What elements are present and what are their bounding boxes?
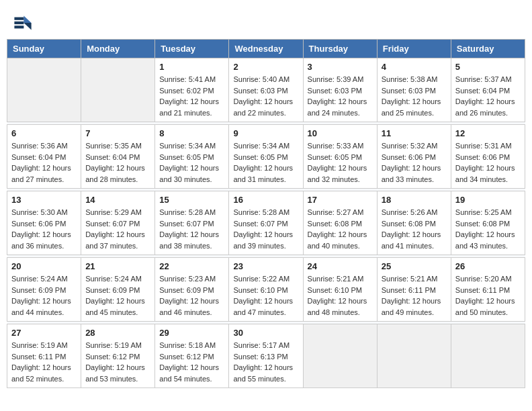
day-info: Sunrise: 5:21 AMSunset: 6:10 PMDaylight:… [308, 273, 373, 318]
day-number: 7 [85, 128, 150, 138]
day-number: 17 [308, 195, 373, 205]
calendar-cell: 29Sunrise: 5:18 AMSunset: 6:12 PMDayligh… [155, 324, 229, 388]
calendar-cell: 27Sunrise: 5:19 AMSunset: 6:11 PMDayligh… [7, 324, 81, 388]
svg-rect-4 [14, 21, 24, 24]
day-number: 28 [85, 328, 150, 338]
calendar-cell: 5Sunrise: 5:37 AMSunset: 6:04 PMDaylight… [451, 58, 525, 122]
calendar-week-row: 13Sunrise: 5:30 AMSunset: 6:06 PMDayligh… [7, 191, 525, 255]
calendar-cell: 25Sunrise: 5:21 AMSunset: 6:11 PMDayligh… [377, 258, 451, 322]
calendar-week-row: 1Sunrise: 5:41 AMSunset: 6:02 PMDaylight… [7, 58, 525, 122]
day-number: 5 [455, 62, 521, 72]
calendar-cell: 10Sunrise: 5:33 AMSunset: 6:05 PMDayligh… [303, 125, 377, 189]
day-header: Wednesday [229, 40, 303, 58]
day-info: Sunrise: 5:28 AMSunset: 6:07 PMDaylight:… [159, 207, 224, 251]
calendar-table: SundayMondayTuesdayWednesdayThursdayFrid… [7, 39, 525, 388]
day-info: Sunrise: 5:22 AMSunset: 6:10 PMDaylight:… [233, 273, 298, 318]
day-number: 18 [382, 195, 447, 205]
day-info: Sunrise: 5:27 AMSunset: 6:08 PMDaylight:… [308, 207, 373, 251]
day-number: 11 [382, 128, 447, 138]
calendar-cell: 19Sunrise: 5:25 AMSunset: 6:08 PMDayligh… [451, 191, 525, 255]
calendar-week-row: 27Sunrise: 5:19 AMSunset: 6:11 PMDayligh… [7, 324, 525, 388]
day-info: Sunrise: 5:19 AMSunset: 6:12 PMDaylight:… [85, 340, 150, 384]
page-header [7, 7, 525, 36]
calendar-cell [303, 324, 377, 388]
day-number: 2 [233, 62, 298, 72]
day-info: Sunrise: 5:37 AMSunset: 6:04 PMDaylight:… [455, 74, 521, 118]
day-number: 16 [233, 195, 298, 205]
calendar-cell: 15Sunrise: 5:28 AMSunset: 6:07 PMDayligh… [155, 191, 229, 255]
day-number: 9 [233, 128, 298, 138]
day-info: Sunrise: 5:29 AMSunset: 6:07 PMDaylight:… [85, 207, 150, 251]
day-info: Sunrise: 5:25 AMSunset: 6:08 PMDaylight:… [455, 207, 521, 251]
day-info: Sunrise: 5:28 AMSunset: 6:07 PMDaylight:… [233, 207, 298, 251]
day-number: 19 [455, 195, 521, 205]
calendar-cell: 17Sunrise: 5:27 AMSunset: 6:08 PMDayligh… [303, 191, 377, 255]
calendar-cell: 11Sunrise: 5:32 AMSunset: 6:06 PMDayligh… [377, 125, 451, 189]
calendar-cell [451, 324, 525, 388]
day-info: Sunrise: 5:21 AMSunset: 6:11 PMDaylight:… [382, 273, 447, 318]
day-info: Sunrise: 5:34 AMSunset: 6:05 PMDaylight:… [233, 140, 298, 185]
calendar-cell: 13Sunrise: 5:30 AMSunset: 6:06 PMDayligh… [7, 191, 81, 255]
calendar-header-row: SundayMondayTuesdayWednesdayThursdayFrid… [7, 40, 525, 58]
day-number: 12 [455, 128, 521, 138]
calendar-cell: 1Sunrise: 5:41 AMSunset: 6:02 PMDaylight… [155, 58, 229, 122]
day-number: 23 [233, 261, 298, 271]
day-info: Sunrise: 5:35 AMSunset: 6:04 PMDaylight:… [85, 140, 150, 185]
day-info: Sunrise: 5:36 AMSunset: 6:04 PMDaylight:… [11, 140, 77, 185]
calendar-cell: 30Sunrise: 5:17 AMSunset: 6:13 PMDayligh… [229, 324, 303, 388]
day-number: 13 [11, 195, 77, 205]
calendar-cell: 22Sunrise: 5:23 AMSunset: 6:09 PMDayligh… [155, 258, 229, 322]
calendar-cell: 23Sunrise: 5:22 AMSunset: 6:10 PMDayligh… [229, 258, 303, 322]
day-info: Sunrise: 5:31 AMSunset: 6:06 PMDaylight:… [455, 140, 521, 185]
day-number: 8 [159, 128, 224, 138]
day-info: Sunrise: 5:34 AMSunset: 6:05 PMDaylight:… [159, 140, 224, 185]
day-number: 29 [159, 328, 224, 338]
day-header: Friday [377, 40, 451, 58]
calendar-week-row: 20Sunrise: 5:24 AMSunset: 6:09 PMDayligh… [7, 258, 525, 322]
calendar-cell: 26Sunrise: 5:20 AMSunset: 6:11 PMDayligh… [451, 258, 525, 322]
day-number: 25 [382, 261, 447, 271]
calendar-cell: 3Sunrise: 5:39 AMSunset: 6:03 PMDaylight… [303, 58, 377, 122]
calendar-cell: 14Sunrise: 5:29 AMSunset: 6:07 PMDayligh… [81, 191, 155, 255]
day-number: 15 [159, 195, 224, 205]
day-info: Sunrise: 5:24 AMSunset: 6:09 PMDaylight:… [11, 273, 77, 318]
day-info: Sunrise: 5:39 AMSunset: 6:03 PMDaylight:… [308, 74, 373, 118]
day-info: Sunrise: 5:24 AMSunset: 6:09 PMDaylight:… [85, 273, 150, 318]
day-number: 4 [382, 62, 447, 72]
calendar-cell: 12Sunrise: 5:31 AMSunset: 6:06 PMDayligh… [451, 125, 525, 189]
day-info: Sunrise: 5:41 AMSunset: 6:02 PMDaylight:… [159, 74, 224, 118]
calendar-week-row: 6Sunrise: 5:36 AMSunset: 6:04 PMDaylight… [7, 125, 525, 189]
day-header: Saturday [451, 40, 525, 58]
svg-rect-5 [14, 26, 24, 28]
day-info: Sunrise: 5:23 AMSunset: 6:09 PMDaylight:… [159, 273, 224, 318]
calendar-cell [377, 324, 451, 388]
day-number: 3 [308, 62, 373, 72]
calendar-cell: 7Sunrise: 5:35 AMSunset: 6:04 PMDaylight… [81, 125, 155, 189]
day-header: Sunday [7, 40, 81, 58]
day-info: Sunrise: 5:33 AMSunset: 6:05 PMDaylight:… [308, 140, 373, 185]
day-info: Sunrise: 5:40 AMSunset: 6:03 PMDaylight:… [233, 74, 298, 118]
calendar-cell: 6Sunrise: 5:36 AMSunset: 6:04 PMDaylight… [7, 125, 81, 189]
day-number: 30 [233, 328, 298, 338]
day-header: Thursday [303, 40, 377, 58]
day-header: Monday [81, 40, 155, 58]
day-number: 21 [85, 261, 150, 271]
calendar-cell [81, 58, 155, 122]
calendar-cell: 28Sunrise: 5:19 AMSunset: 6:12 PMDayligh… [81, 324, 155, 388]
logo-icon [13, 13, 32, 32]
day-info: Sunrise: 5:38 AMSunset: 6:03 PMDaylight:… [382, 74, 447, 118]
logo [13, 13, 35, 32]
day-number: 6 [11, 128, 77, 138]
day-number: 10 [308, 128, 373, 138]
day-info: Sunrise: 5:18 AMSunset: 6:12 PMDaylight:… [159, 340, 224, 384]
calendar-cell: 18Sunrise: 5:26 AMSunset: 6:08 PMDayligh… [377, 191, 451, 255]
calendar-cell: 20Sunrise: 5:24 AMSunset: 6:09 PMDayligh… [7, 258, 81, 322]
calendar-cell: 2Sunrise: 5:40 AMSunset: 6:03 PMDaylight… [229, 58, 303, 122]
calendar-cell: 8Sunrise: 5:34 AMSunset: 6:05 PMDaylight… [155, 125, 229, 189]
calendar-cell: 4Sunrise: 5:38 AMSunset: 6:03 PMDaylight… [377, 58, 451, 122]
day-info: Sunrise: 5:19 AMSunset: 6:11 PMDaylight:… [11, 340, 77, 384]
calendar-cell: 21Sunrise: 5:24 AMSunset: 6:09 PMDayligh… [81, 258, 155, 322]
day-number: 22 [159, 261, 224, 271]
day-info: Sunrise: 5:30 AMSunset: 6:06 PMDaylight:… [11, 207, 77, 251]
day-number: 1 [159, 62, 224, 72]
